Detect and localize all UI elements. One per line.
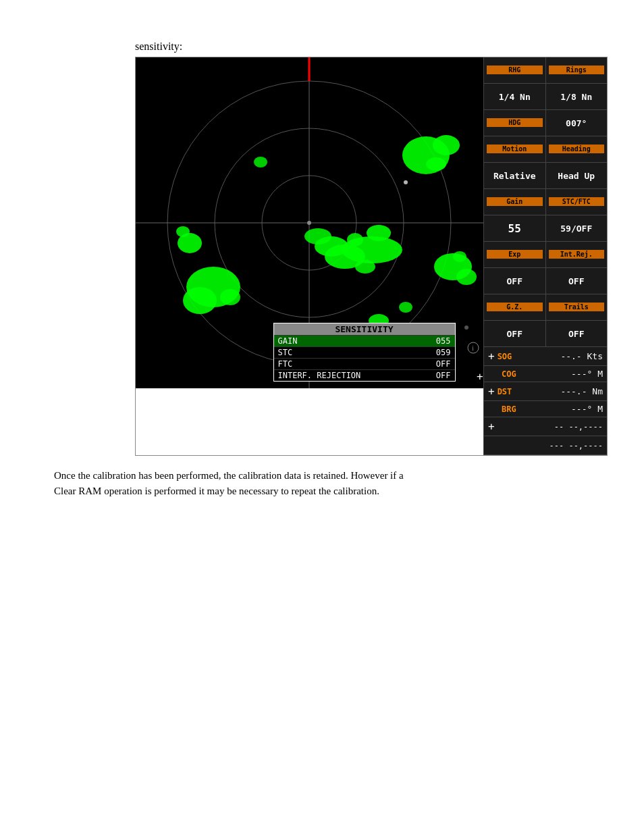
- ftc-value: OFF: [436, 359, 451, 369]
- cog-value: ---° M: [571, 369, 603, 379]
- brg-value: ---° M: [571, 404, 603, 414]
- rhg-value-cell: 1/4 Nn: [484, 84, 546, 109]
- gz-label: G.Z.: [487, 303, 543, 311]
- exp-header-cell: Exp: [484, 242, 546, 267]
- svg-point-15: [367, 225, 391, 241]
- sensitivity-title: SENSITIVITY: [274, 323, 455, 335]
- svg-point-21: [176, 226, 190, 237]
- page-container: sensitivity:: [0, 0, 644, 539]
- svg-point-27: [399, 302, 412, 313]
- stc-row: STC 059: [274, 346, 455, 358]
- svg-point-28: [254, 157, 267, 167]
- svg-point-29: [404, 180, 408, 184]
- rhg-label: RHG: [487, 66, 543, 74]
- svg-point-14: [355, 260, 375, 273]
- cog-label: COG: [502, 369, 529, 379]
- stc-value: 059: [436, 348, 451, 357]
- blank2-value: --- --,----: [549, 441, 603, 450]
- ftc-row: FTC OFF: [274, 358, 455, 369]
- hdg-row: HDG 007°: [484, 110, 607, 136]
- gain-label: GAIN: [278, 336, 298, 346]
- svg-text:i: i: [472, 344, 474, 352]
- hdg-value-cell: 007°: [546, 110, 608, 136]
- gz-value: OFF: [507, 329, 522, 339]
- svg-point-19: [220, 289, 240, 305]
- svg-point-6: [307, 221, 311, 225]
- radar-wrapper: i + SENSITIVITY GAIN 055 STC 059 FTC OFF: [135, 57, 608, 456]
- trails-value-cell: OFF: [546, 321, 608, 346]
- dst-plus: +: [488, 385, 495, 398]
- svg-text:+: +: [477, 370, 483, 383]
- interf-label: INTERF. REJECTION: [278, 371, 361, 380]
- caption-line2: Clear RAM operation is performed it may …: [54, 486, 379, 496]
- brg-label: BRG: [502, 405, 529, 414]
- gz-trails-header: G.Z. Trails: [484, 294, 607, 321]
- caption-line1: Once the calibration has been performed,…: [54, 470, 404, 481]
- svg-point-8: [433, 135, 460, 155]
- rhg-rings-values: 1/4 Nn 1/8 Nn: [484, 84, 607, 110]
- int-rej-value: OFF: [568, 276, 584, 286]
- caption-text: Once the calibration has been performed,…: [54, 468, 590, 498]
- motion-heading-header: Motion Heading: [484, 136, 607, 163]
- sog-value: --.- Kts: [560, 351, 603, 361]
- stc-ftc-label: STC/FTC: [549, 197, 605, 206]
- svg-point-24: [456, 269, 477, 285]
- motion-value-cell: Relative: [484, 163, 546, 188]
- svg-point-13: [304, 228, 331, 244]
- sensitivity-label: sensitivity:: [135, 41, 590, 53]
- radar-panel: RHG Rings 1/4 Nn 1/8 Nn HDG: [483, 57, 607, 455]
- gain-value-cell: 55: [484, 215, 546, 241]
- radar-display: i + SENSITIVITY GAIN 055 STC 059 FTC OFF: [136, 57, 483, 388]
- blank1-plus: +: [488, 420, 495, 433]
- rhg-value: 1/4 Nn: [499, 92, 531, 102]
- interf-row: INTERF. REJECTION OFF: [274, 369, 455, 381]
- exp-intrej-header: Exp Int.Rej.: [484, 242, 607, 268]
- intrej-value-cell: OFF: [546, 268, 608, 294]
- sog-plus: +: [488, 350, 495, 363]
- gain-header-cell: Gain: [484, 189, 546, 215]
- blank-row-1: + -- --,----: [484, 417, 607, 436]
- gain-stc-header: Gain STC/FTC: [484, 189, 607, 215]
- stc-ftc-value: 59/OFF: [560, 224, 592, 234]
- trails-header-cell: Trails: [546, 294, 608, 320]
- rings-value-cell: 1/8 Nn: [546, 84, 608, 109]
- gz-trails-values: OFF OFF: [484, 321, 607, 347]
- svg-point-16: [347, 233, 363, 246]
- heading-value: Head Up: [558, 171, 595, 181]
- rings-header-cell: Rings: [546, 57, 608, 83]
- svg-point-18: [183, 287, 217, 314]
- gain-stc-values: 55 59/OFF: [484, 215, 607, 242]
- int-rej-label: Int.Rej.: [549, 250, 605, 259]
- gain-panel-label: Gain: [487, 197, 543, 206]
- cog-row: COG ---° M: [484, 366, 607, 382]
- motion-heading-values: Relative Head Up: [484, 163, 607, 189]
- dst-value: ---.- Nm: [560, 386, 603, 396]
- svg-point-9: [426, 157, 446, 171]
- stc-value-cell: 59/OFF: [546, 215, 608, 241]
- motion-header-cell: Motion: [484, 136, 546, 162]
- interf-value: OFF: [436, 371, 451, 380]
- stc-label: STC: [278, 348, 293, 357]
- svg-point-25: [453, 251, 466, 262]
- exp-label: Exp: [487, 250, 543, 259]
- heading-label: Heading: [549, 145, 605, 153]
- heading-value-cell: Head Up: [546, 163, 608, 188]
- heading-header-cell: Heading: [546, 136, 608, 162]
- sog-row: + SOG --.- Kts: [484, 347, 607, 366]
- dst-row: + DST ---.- Nm: [484, 382, 607, 401]
- hdg-value: 007°: [566, 118, 587, 128]
- brg-row: BRG ---° M: [484, 401, 607, 417]
- blank-row-2: --- --,----: [484, 436, 607, 455]
- intrej-header-cell: Int.Rej.: [546, 242, 608, 267]
- rings-value: 1/8 Nn: [560, 92, 592, 102]
- ftc-label: FTC: [278, 359, 293, 369]
- exp-intrej-values: OFF OFF: [484, 268, 607, 294]
- gz-header-cell: G.Z.: [484, 294, 546, 320]
- exp-value-cell: OFF: [484, 268, 546, 294]
- gain-value: 055: [436, 336, 451, 346]
- sensitivity-popup: SENSITIVITY GAIN 055 STC 059 FTC OFF INT…: [273, 323, 456, 382]
- rings-label: Rings: [549, 66, 605, 74]
- sog-label: SOG: [498, 352, 525, 361]
- exp-value: OFF: [507, 276, 522, 286]
- hdg-label-cell: HDG: [484, 110, 546, 136]
